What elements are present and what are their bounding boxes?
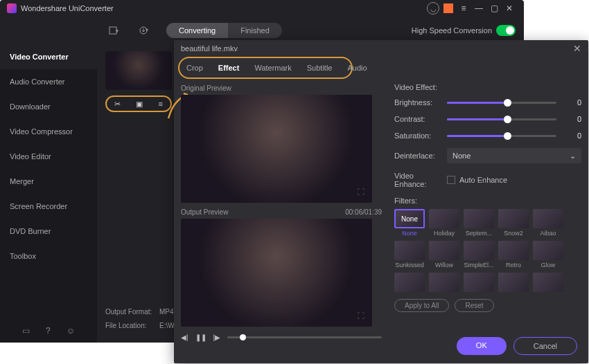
apply-all-button[interactable]: Apply to All (394, 299, 449, 312)
saturation-slider[interactable] (447, 135, 556, 137)
help-icon[interactable]: ? (46, 326, 51, 336)
effect-icon[interactable]: ≡ (158, 100, 162, 108)
gift-icon[interactable] (441, 1, 456, 16)
seek-slider[interactable] (227, 336, 382, 338)
tab-subtitle[interactable]: Subtitle (307, 64, 333, 72)
transport-controls: ◀| ❚❚ |▶ (181, 334, 382, 341)
sidebar-item-downloader[interactable]: Downloader (0, 94, 97, 119)
prev-frame-icon[interactable]: ◀| (181, 334, 188, 341)
chevron-down-icon: ⌄ (570, 152, 576, 161)
thumb-tools: ✂ ▣ ≡ (105, 95, 172, 112)
filter-holiday[interactable]: Holiday (429, 209, 459, 237)
format-value[interactable]: MP4 (159, 308, 174, 316)
ok-button[interactable]: OK (457, 337, 507, 355)
filter-simpleel...[interactable]: SimpleEl... (464, 241, 494, 269)
add-file-button[interactable] (105, 22, 122, 39)
feedback-icon[interactable]: ☺ (67, 326, 75, 336)
tutorial-icon[interactable]: ▭ (22, 326, 30, 336)
trim-icon[interactable]: ✂ (114, 100, 121, 109)
sidebar-item-video-converter[interactable]: Video Converter (0, 44, 97, 69)
format-label: Output Format: (105, 305, 159, 319)
video-effect-label: Video Effect: (394, 83, 581, 91)
close-icon[interactable]: ✕ (502, 1, 517, 16)
titlebar: Wondershare UniConverter ◡ ≡ — ▢ ✕ (0, 0, 524, 17)
tab-crop[interactable]: Crop (186, 64, 203, 72)
effect-controls: Video Effect: Brightness:0 Contrast:0 Sa… (382, 83, 581, 361)
filter-retro[interactable]: Retro (498, 241, 529, 269)
app-title: Wondershare UniConverter (21, 4, 114, 12)
filter-snow2[interactable]: Snow2 (498, 209, 529, 237)
sidebar: Video ConverterAudio ConverterDownloader… (0, 44, 97, 343)
auto-enhance-checkbox[interactable] (447, 176, 455, 184)
crop-icon[interactable]: ▣ (136, 100, 143, 109)
location-value[interactable]: E:\W (159, 322, 175, 329)
location-label: File Location: (105, 319, 159, 333)
download-button[interactable] (136, 22, 152, 39)
dialog-close-icon[interactable]: ✕ (573, 43, 581, 54)
pause-icon[interactable]: ❚❚ (195, 334, 206, 341)
tab-converting[interactable]: Converting (166, 23, 228, 38)
cancel-button[interactable]: Cancel (513, 337, 577, 355)
app-logo-icon (7, 3, 17, 13)
reset-button[interactable]: Reset (455, 299, 493, 312)
contrast-label: Contrast: (394, 115, 447, 123)
sidebar-item-video-compressor[interactable]: Video Compressor (0, 119, 97, 144)
filter-aibao[interactable]: Aibao (533, 209, 563, 237)
deinterlace-select[interactable]: None⌄ (447, 148, 581, 163)
contrast-value: 0 (563, 115, 581, 123)
maximize-icon[interactable]: ▢ (486, 1, 502, 16)
status-segmented: Converting Finished (166, 23, 282, 38)
saturation-label: Saturation: (394, 131, 447, 140)
sidebar-item-audio-converter[interactable]: Audio Converter (0, 69, 97, 94)
filter-thumb-11[interactable] (429, 273, 459, 293)
effect-dialog: beautiful life.mkv ✕ CropEffectWatermark… (174, 40, 588, 363)
video-thumbnail[interactable] (105, 51, 172, 90)
preview-column: Original Preview ⛶ Output Preview00:06/0… (181, 83, 382, 361)
enhance-label: Video Enhance: (394, 172, 447, 188)
sidebar-item-video-editor[interactable]: Video Editor (0, 144, 97, 169)
brightness-slider[interactable] (447, 102, 556, 104)
original-preview: ⛶ (181, 95, 372, 203)
output-preview: ⛶ (181, 219, 372, 327)
sidebar-item-merger[interactable]: Merger (0, 169, 97, 194)
filter-thumb-12[interactable] (464, 273, 494, 293)
tab-finished[interactable]: Finished (228, 23, 282, 38)
sidebar-item-dvd-burner[interactable]: DVD Burner (0, 219, 97, 244)
tab-audio[interactable]: Audio (347, 64, 367, 72)
saturation-value: 0 (563, 131, 581, 140)
output-info: Output Format:MP4 File Location:E:\W (105, 305, 175, 333)
menu-icon[interactable]: ≡ (456, 1, 471, 16)
filter-willow[interactable]: Willow (429, 241, 459, 269)
next-frame-icon[interactable]: |▶ (213, 334, 221, 341)
sidebar-item-screen-recorder[interactable]: Screen Recorder (0, 194, 97, 219)
hsc-label: High Speed Conversion (412, 26, 492, 35)
brightness-value: 0 (563, 98, 581, 107)
filter-thumb-14[interactable] (533, 273, 563, 293)
sidebar-item-toolbox[interactable]: Toolbox (0, 244, 97, 269)
dialog-filename: beautiful life.mkv (181, 44, 238, 53)
filter-thumb-10[interactable] (394, 273, 425, 293)
contrast-slider[interactable] (447, 118, 556, 120)
preview-time: 00:06/01:39 (345, 208, 382, 216)
tab-watermark[interactable]: Watermark (254, 64, 291, 72)
filter-sunkissed[interactable]: Sunkissed (394, 241, 425, 269)
auto-enhance-text: Auto Enhance (459, 176, 507, 184)
filter-septem...[interactable]: Septem... (464, 209, 494, 237)
svg-rect-0 (109, 27, 116, 34)
filters-grid: NoneNoneHolidaySeptem...Snow2AibaoSunkis… (394, 209, 581, 293)
watermark-icon: ⛶ (357, 188, 368, 199)
filter-glow[interactable]: Glow (533, 241, 563, 269)
filter-none[interactable]: NoneNone (394, 209, 425, 237)
filter-thumb-13[interactable] (498, 273, 529, 293)
original-preview-label: Original Preview (181, 84, 231, 92)
watermark-icon: ⛶ (357, 311, 368, 322)
filters-label: Filters: (394, 197, 581, 205)
dialog-header: beautiful life.mkv ✕ (174, 40, 588, 57)
dialog-tabs: CropEffectWatermarkSubtitleAudio (178, 57, 353, 79)
output-preview-label: Output Preview (181, 208, 228, 216)
tab-effect[interactable]: Effect (218, 64, 240, 72)
brightness-label: Brightness: (394, 98, 447, 107)
hsc-toggle[interactable] (496, 25, 516, 36)
minimize-icon[interactable]: — (471, 1, 486, 16)
account-icon[interactable]: ◡ (425, 1, 441, 16)
